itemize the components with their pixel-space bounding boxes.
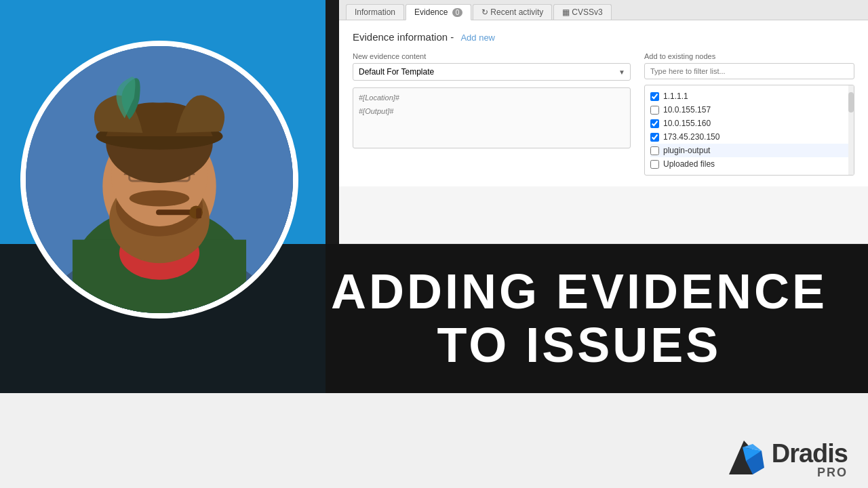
node-checkbox-17345230150[interactable] [650, 133, 659, 142]
node-item-pluginoutput: plugin-output [650, 144, 848, 157]
node-item-10155157: 10.0.155.157 [650, 103, 848, 117]
node-checkbox-10155160[interactable] [650, 119, 659, 128]
node-label-uploadedfiles: Uploaded files [663, 159, 715, 169]
textarea-line1: #[Location]# [359, 94, 625, 102]
scrollbar-thumb[interactable] [848, 92, 854, 113]
svg-point-10 [130, 190, 190, 207]
template-select[interactable]: Default For Template [353, 63, 631, 81]
title-line2: TO ISSUES [331, 319, 827, 372]
node-item-1111: 1.1.1.1 [650, 89, 848, 103]
dradis-name: Dradis [772, 441, 848, 466]
node-item-17345230150: 173.45.230.150 [650, 130, 848, 144]
section-title: Evidence information - Add new [353, 31, 854, 43]
evidence-badge: 0 [452, 8, 463, 17]
left-column: New evidence content Default For Templat… [353, 52, 631, 176]
main-title: ADDING EVIDENCE TO ISSUES [331, 265, 827, 372]
avatar-container [20, 41, 298, 319]
template-select-wrapper: Default For Template ▼ [353, 63, 631, 81]
svg-rect-26 [196, 208, 201, 218]
tab-recent-activity[interactable]: ↻Recent activity [473, 4, 552, 20]
screenshot-panel: Information Evidence 0 ↻Recent activity … [339, 0, 868, 244]
new-evidence-label: New evidence content [353, 52, 631, 60]
right-column: Add to existing nodes 1.1.1.1 10.0.155.1… [644, 52, 854, 176]
node-checkbox-1111[interactable] [650, 92, 659, 101]
tab-information[interactable]: Information [346, 4, 404, 20]
node-label-10155160: 10.0.155.160 [663, 119, 711, 128]
panel-content: Evidence information - Add new New evide… [339, 20, 868, 186]
textarea-line2: #[Output]# [359, 107, 625, 115]
panel-tabs: Information Evidence 0 ↻Recent activity … [339, 0, 868, 20]
tab-cvss[interactable]: ▦CVSSv3 [553, 4, 611, 20]
node-checkbox-uploadedfiles[interactable] [650, 160, 659, 169]
tab-evidence[interactable]: Evidence 0 [406, 4, 471, 20]
nodes-label: Add to existing nodes [644, 52, 854, 60]
logo-area: Dradis PRO [722, 437, 848, 481]
nodes-filter-input[interactable] [644, 63, 854, 79]
dradis-logo-icon [722, 437, 766, 481]
avatar-svg [26, 46, 293, 313]
node-checkbox-pluginoutput[interactable] [650, 146, 659, 155]
title-line1: ADDING EVIDENCE [331, 265, 827, 319]
avatar-inner [26, 46, 293, 313]
select-arrow-icon: ▼ [618, 68, 625, 76]
evidence-textarea[interactable]: #[Location]# #[Output]# [353, 87, 631, 148]
node-label-17345230150: 173.45.230.150 [663, 132, 719, 142]
scrollbar-track [848, 85, 854, 175]
dradis-pro: PRO [772, 466, 848, 479]
add-new-link[interactable]: Add new [460, 33, 495, 43]
dradis-logo-text: Dradis PRO [772, 441, 848, 479]
node-label-pluginoutput: plugin-output [663, 146, 710, 155]
nodes-list: 1.1.1.1 10.0.155.157 10.0.155.160 173.45… [644, 85, 854, 176]
node-label-1111: 1.1.1.1 [663, 92, 688, 101]
node-label-10155157: 10.0.155.157 [663, 105, 711, 115]
node-checkbox-10155157[interactable] [650, 106, 659, 115]
node-item-10155160: 10.0.155.160 [650, 117, 848, 130]
node-item-uploadedfiles: Uploaded files [650, 157, 848, 171]
two-column-layout: New evidence content Default For Templat… [353, 52, 854, 176]
